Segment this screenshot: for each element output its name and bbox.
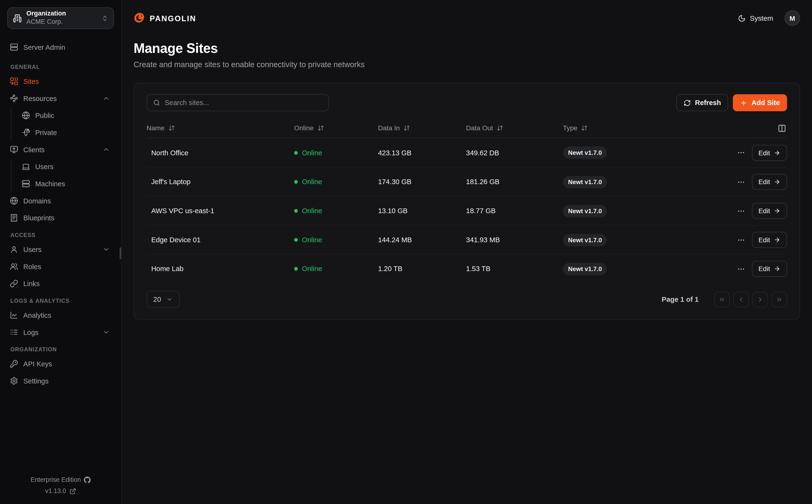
sort-icon [497,125,503,131]
chevrons-up-down-icon [101,15,108,21]
row-menu-button[interactable] [737,265,745,273]
pagination-nav-button[interactable] [733,292,749,307]
online-status-dot [294,209,298,213]
type-cell: Newt v1.7.0 [563,234,727,246]
sidebar-section: ORGANIZATION API Keys [7,346,114,388]
chevron-icon [102,329,110,336]
sidebar-scrollbar-thumb[interactable] [120,247,121,259]
version-line[interactable]: v1.13.0 [7,487,114,494]
theme-label: System [750,14,773,22]
pagination: 20 Page 1 of 1 [147,291,787,308]
sidebar-subitem[interactable]: Private [11,125,114,140]
sidebar-item[interactable]: Links [7,276,114,291]
plus-icon [740,99,747,106]
row-menu-button[interactable] [737,207,745,215]
edit-label: Edit [758,265,770,273]
pagination-nav-button[interactable] [714,292,730,307]
chevron-icon [102,197,110,204]
sidebar-item-label: Links [23,280,40,287]
org-selector-texts: Organization ACME Corp. [26,10,97,26]
online-status-dot [294,238,298,242]
search-input[interactable] [165,99,323,107]
sidebar-item-icon [10,262,18,271]
refresh-button[interactable]: Refresh [676,94,728,111]
row-menu-button[interactable] [737,149,745,157]
org-selector[interactable]: Organization ACME Corp. [7,7,114,29]
chevron-icon [102,312,110,319]
sidebar-section: ACCESS Users [7,232,114,291]
columns-toggle-button[interactable] [778,124,786,132]
table-header-cell[interactable]: Online [294,124,378,132]
chevron-icon [102,214,110,221]
sidebar-subitem[interactable]: Machines [11,176,114,191]
chevron-icon [102,95,110,102]
sort-icon [581,125,588,131]
sidebar-section-items: API Keys [7,357,114,388]
row-menu-button[interactable] [737,236,745,244]
table-header-cell[interactable]: Data Out [466,124,563,132]
sidebar-item[interactable]: Clients [7,142,114,157]
edit-button[interactable]: Edit [752,145,787,161]
edit-button[interactable]: Edit [752,232,787,248]
table-header-cell[interactable]: Data In [378,124,466,132]
sidebar-item[interactable]: Users [7,242,114,257]
column-label: Name [147,124,164,132]
pagination-nav-button[interactable] [752,292,768,307]
sidebar-item-group: Roles [7,259,114,274]
sidebar-item-group: Settings [7,374,114,388]
sidebar-item[interactable]: Analytics [7,308,114,323]
online-status-label: Online [302,265,322,273]
sidebar-item-group: Users [7,242,114,257]
building-icon [13,14,22,23]
table-body: North Office Online 423.13 GB 349.62 DB … [147,138,787,283]
sidebar-item[interactable]: Blueprints [7,211,114,225]
sidebar-item[interactable]: Roles [7,259,114,274]
sidebar-subitem[interactable]: Public [11,108,114,123]
table-header-cell[interactable]: Type [563,124,727,132]
sites-card: Refresh Add Site Name [134,83,800,320]
data-out-cell: 1.53 TB [466,265,563,273]
edit-button[interactable]: Edit [752,261,787,277]
data-in-cell: 1.20 TB [378,265,466,273]
sidebar-item-label: Resources [23,94,57,102]
edition-line[interactable]: Enterprise Edition [7,476,114,483]
brand-name: PANGOLIN [150,14,196,23]
sidebar-subitem[interactable]: Users [11,159,114,174]
sidebar-item-group: Resources Public [7,91,114,140]
edit-label: Edit [758,236,770,244]
sidebar-item-icon [10,214,18,222]
sidebar-item-server-admin[interactable]: Server Admin [7,40,114,54]
sidebar-item[interactable]: Logs [7,325,114,339]
sidebar-section-title: LOGS & ANALYTICS [10,297,114,304]
site-status-cell: Online [294,178,378,186]
type-badge: Newt v1.7.0 [563,205,607,217]
page-size-select[interactable]: 20 [147,291,180,308]
avatar-initial: M [790,14,795,22]
row-menu-button[interactable] [737,178,745,186]
sidebar-item[interactable]: Domains [7,194,114,208]
sidebar-item-icon [10,377,18,385]
sidebar-item[interactable]: Sites [7,74,114,89]
table-row: Home Lab Online 1.20 TB 1.53 TB Newt v1.… [147,254,787,283]
sidebar-item[interactable]: Settings [7,374,114,388]
type-badge: Newt v1.7.0 [563,263,607,275]
pagination-right: Page 1 of 1 [662,292,787,307]
sidebar-item-label: Blueprints [23,214,55,222]
page-size-value: 20 [153,295,161,303]
theme-toggle[interactable]: System [738,14,773,22]
sidebar-subitem-icon [22,111,30,120]
table-header-cell[interactable]: Name [147,124,294,132]
sidebar-item-label: Sites [23,77,39,85]
sidebar-item[interactable]: Resources [7,91,114,106]
edit-button[interactable]: Edit [752,174,787,190]
table-row: North Office Online 423.13 GB 349.62 DB … [147,138,787,167]
add-site-button[interactable]: Add Site [733,94,787,111]
edit-button[interactable]: Edit [752,203,787,219]
data-in-cell: 144.24 MB [378,236,466,244]
sidebar-item-icon [10,360,18,368]
avatar[interactable]: M [785,10,800,26]
sidebar-item[interactable]: API Keys [7,357,114,371]
sidebar-item-label: Domains [23,197,51,205]
pagination-nav-button[interactable] [771,292,787,307]
sidebar-item-label: Settings [23,377,49,385]
